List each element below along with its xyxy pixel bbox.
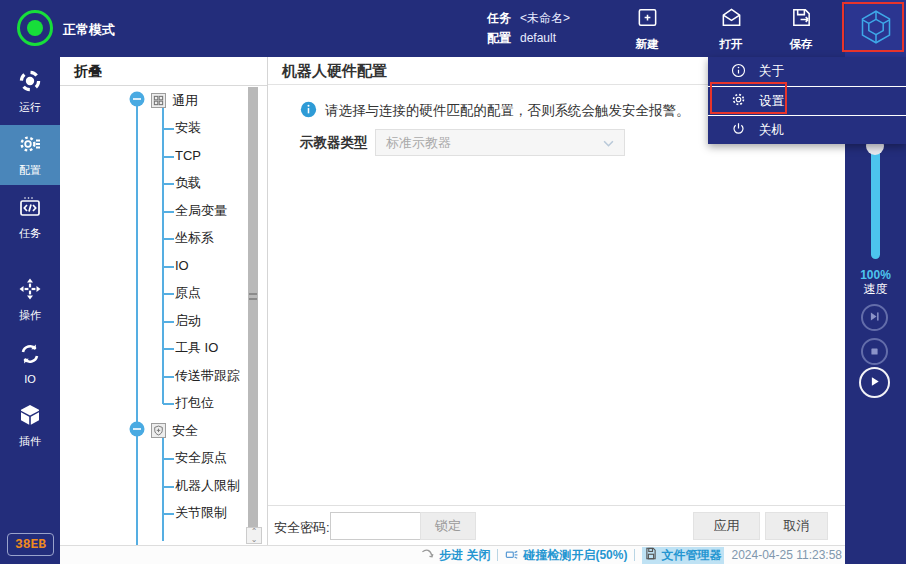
sidebar-item-io[interactable]: IO <box>0 333 60 393</box>
step-mode-label: 步进 关闭 <box>439 547 490 564</box>
sidebar-item-operate-label: 操作 <box>19 308 41 323</box>
status-bar: 步进 关闭 碰撞检测开启(50%) 文件管理器 2024-04-25 11:23… <box>60 545 845 564</box>
tree-leaf-robot-limits[interactable]: 机器人限制 <box>60 472 267 500</box>
speed-label: 速度 <box>845 282 906 296</box>
new-task-label: 新建 <box>636 37 659 52</box>
tree-leaf-tool-io[interactable]: 工具 IO <box>60 335 267 363</box>
step-arrow-icon <box>421 548 435 563</box>
pendant-type-label: 示教器类型 <box>300 134 375 152</box>
sidebar-item-io-label: IO <box>24 373 36 385</box>
pendant-type-row: 示教器类型 标准示教器 <box>300 129 625 156</box>
sidebar-item-run[interactable]: 运行 <box>0 62 60 122</box>
collapse-all-button[interactable]: 折叠 <box>60 57 267 86</box>
tree-scroll-buttons[interactable]: ⌃⌄ <box>246 527 262 544</box>
apply-button[interactable]: 应用 <box>693 512 760 540</box>
tree-leaf-coordsys[interactable]: 坐标系 <box>60 225 267 253</box>
notice-text: 请选择与连接的硬件匹配的配置，否则系统会触发安全报警。 <box>325 102 690 120</box>
cancel-button[interactable]: 取消 <box>765 512 828 540</box>
highlight-box-logo <box>842 2 904 52</box>
step-next-button[interactable] <box>861 304 888 331</box>
sidebar-item-task-label: 任务 <box>19 226 41 241</box>
tree-scrollbar[interactable] <box>248 87 258 527</box>
lock-button[interactable]: 锁定 <box>420 512 476 540</box>
sidebar-item-config[interactable]: 配置 <box>0 125 60 185</box>
menu-item-shutdown-label: 关机 <box>759 122 784 139</box>
tree-rows: 通用 安装 TCP 负载 全局变量 坐标系 IO 原点 启动 工具 IO 传送带… <box>60 87 267 527</box>
collapse-minus-icon[interactable] <box>129 91 145 110</box>
tree-node-general[interactable]: 通用 <box>60 87 267 115</box>
open-task-label: 打开 <box>720 37 743 52</box>
move-arrows-icon <box>18 277 42 303</box>
config-tree-panel: 折叠 通用 安装 TCP 负载 全局变量 坐标系 IO 原点 启动 工具 IO … <box>60 57 268 545</box>
stop-button[interactable] <box>861 338 888 365</box>
tree-leaf-install[interactable]: 安装 <box>60 115 267 143</box>
tree-leaf-payload[interactable]: 负载 <box>60 170 267 198</box>
robot-status-indicator-icon <box>17 10 53 46</box>
open-task-button[interactable]: 打开 <box>706 6 756 52</box>
speed-slider-track[interactable] <box>871 141 880 259</box>
grid-icon <box>151 93 166 108</box>
speed-readout: 100% 速度 <box>845 268 906 296</box>
tree-leaf-pallet[interactable]: 打包位 <box>60 390 267 418</box>
sidebar-item-plugin-label: 插件 <box>19 434 41 449</box>
new-task-button[interactable]: 新建 <box>622 6 672 52</box>
tree-leaf-label: 安全原点 <box>175 449 227 467</box>
sidebar-item-run-label: 运行 <box>19 100 41 115</box>
skip-next-icon <box>868 309 881 327</box>
task-value: <未命名> <box>520 11 570 25</box>
tree-leaf-label: 负载 <box>175 174 201 192</box>
app-window: 正常模式 任务<未命名> 配置default 新建 打开 保存 <box>0 0 906 564</box>
pendant-type-select[interactable]: 标准示教器 <box>375 129 625 156</box>
tree-node-safety[interactable]: 安全 <box>60 417 267 445</box>
stop-icon <box>869 343 880 361</box>
mode-label: 正常模式 <box>63 21 115 39</box>
play-icon <box>868 374 881 392</box>
step-mode-toggle[interactable]: 步进 关闭 <box>421 547 490 564</box>
tree-leaf-io[interactable]: IO <box>60 252 267 280</box>
tree-leaf-startup[interactable]: 启动 <box>60 307 267 335</box>
collapse-minus-icon[interactable] <box>129 421 145 440</box>
collision-detect-toggle[interactable]: 碰撞检测开启(50%) <box>505 547 627 564</box>
collision-icon <box>505 547 519 563</box>
sidebar-item-plugin[interactable]: 插件 <box>0 396 60 456</box>
power-icon <box>731 121 746 139</box>
info-icon <box>731 63 746 81</box>
datetime-label: 2024-04-25 11:23:58 <box>731 548 842 562</box>
play-button[interactable] <box>859 367 890 398</box>
bottom-action-bar: 安全密码: 锁定 应用 取消 <box>268 505 845 545</box>
task-label: 任务 <box>487 11 511 25</box>
tree-leaf-conveyor[interactable]: 传送带跟踪 <box>60 362 267 390</box>
tree-leaf-label: 关节限制 <box>175 504 227 522</box>
speed-percent: 100% <box>845 268 906 282</box>
save-icon <box>790 6 813 33</box>
tree-leaf-home[interactable]: 原点 <box>60 280 267 308</box>
config-gear-icon <box>18 132 42 158</box>
save-task-button[interactable]: 保存 <box>776 6 826 52</box>
tree-leaf-tcp[interactable]: TCP <box>60 142 267 170</box>
chevron-down-icon: ⌄ <box>251 536 258 544</box>
left-sidebar: 运行 配置 任务 操作 IO <box>0 57 60 564</box>
plugin-cube-icon <box>18 403 42 429</box>
info-circle-icon <box>300 101 317 121</box>
top-bar: 正常模式 任务<未命名> 配置default 新建 打开 保存 <box>0 0 906 57</box>
pendant-type-value: 标准示教器 <box>386 134 451 152</box>
tree-leaf-label: 坐标系 <box>175 229 214 247</box>
file-manager-label: 文件管理器 <box>661 547 721 564</box>
chevron-down-icon <box>603 135 614 150</box>
tree-leaf-joint-limits[interactable]: 关节限制 <box>60 500 267 528</box>
tree-leaf-label: 启动 <box>175 312 201 330</box>
tree-leaf-label: IO <box>175 258 189 273</box>
menu-item-shutdown[interactable]: 关机 <box>708 115 906 144</box>
sidebar-item-task[interactable]: 任务 <box>0 188 60 248</box>
tree-leaf-global-vars[interactable]: 全局变量 <box>60 197 267 225</box>
io-cycle-icon <box>18 342 42 368</box>
tree-leaf-label: 机器人限制 <box>175 477 240 495</box>
status-separator <box>634 549 635 561</box>
tree-node-label: 通用 <box>172 92 198 110</box>
file-manager-button[interactable]: 文件管理器 <box>642 547 724 564</box>
tree-leaf-label: 传送带跟踪 <box>175 367 240 385</box>
tree-leaf-label: TCP <box>175 148 201 163</box>
tree-leaf-label: 原点 <box>175 284 201 302</box>
tree-leaf-safety-home[interactable]: 安全原点 <box>60 445 267 473</box>
sidebar-item-operate[interactable]: 操作 <box>0 270 60 330</box>
